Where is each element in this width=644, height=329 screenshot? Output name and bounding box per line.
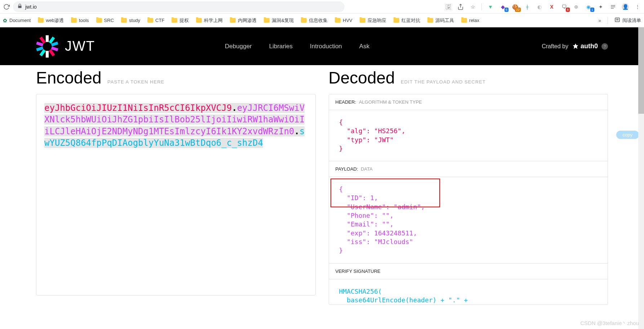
jwt-site-header: JWT Debugger Libraries Introduction Ask … [0,27,644,65]
bookmarks-bar: ✿Document web渗透 tools SRC study CTF 提权 科… [0,14,644,27]
encoded-title: Encoded [36,68,102,87]
ext-chat-icon[interactable]: 🗨8 [560,3,568,10]
decoded-subtitle: EDIT THE PAYLOAD AND SECRET [401,79,486,85]
bookmarks-overflow-icon[interactable]: » [598,18,601,23]
token-header-part: eyJhbGciOiJIUzI1NiIsInR5cCI6IkpXVCJ9 [44,103,232,113]
extensions-icon[interactable]: ✦ [597,3,604,10]
folder-icon [172,18,177,23]
svg-rect-14 [36,41,43,46]
payload-section-label: PAYLOAD: DATA [329,161,608,177]
scrollbar[interactable] [638,27,644,319]
svg-rect-8 [46,51,49,58]
profile-icon[interactable]: 👤 [622,3,629,10]
ext-grey-icon[interactable]: ◐ [536,3,543,10]
folder-icon [394,18,399,23]
svg-rect-13 [51,46,58,51]
nav-introduction[interactable]: Introduction [310,43,342,50]
reload-button[interactable] [3,3,10,10]
bookmark-item[interactable]: relax [461,18,479,23]
kebab-menu-icon[interactable]: ⋮ [634,3,641,10]
jwt-logo-icon [36,35,58,58]
decoded-title: Decoded [329,68,395,87]
nav-libraries[interactable]: Libraries [269,43,293,50]
encoded-column: Encoded PASTE A TOKEN HERE eyJhbGciOiJIU… [36,68,316,305]
translate-icon[interactable]: 🇬 [445,3,452,10]
folder-icon [427,18,433,23]
svg-rect-10 [39,49,46,56]
nav-ask[interactable]: Ask [359,43,369,50]
ext-purple-icon[interactable]: ◆6 [499,3,506,10]
lock-icon [17,4,22,10]
ext-key-icon[interactable]: ǂ [524,3,531,10]
folder-icon [71,18,77,23]
ext-globe-icon[interactable]: ⊕ [573,3,580,10]
bookmark-item[interactable]: 内网渗透 [230,17,257,24]
help-icon[interactable]: ? [601,43,608,50]
bookmark-item[interactable]: CTF [147,18,164,23]
folder-icon [38,18,44,23]
reading-list-button[interactable]: 阅读清单 [614,17,641,24]
svg-rect-15 [49,49,55,56]
decoded-panel: HEADER: ALGORITHM & TOKEN TYPE { "alg": … [329,94,608,305]
header-section-label: HEADER: ALGORITHM & TOKEN TYPE [329,94,608,110]
folder-icon [360,18,365,23]
bookmark-item[interactable]: 红蓝对抗 [394,17,420,24]
bookmark-item[interactable]: SRC [96,18,114,23]
bookmark-item[interactable]: 应急响应 [360,17,386,24]
bookmark-item[interactable]: ✿Document [3,18,31,23]
folder-icon [96,18,102,23]
encoded-textarea[interactable]: eyJhbGciOiJIUzI1NiIsInR5cCI6IkpXVCJ9.eyJ… [36,94,316,296]
bookmark-item[interactable]: study [121,18,140,23]
verify-signature-editor[interactable]: HMACSHA256( base64UrlEncode(header) + ".… [329,279,608,305]
folder-icon [196,18,202,23]
header-json-editor[interactable]: { "alg": "HS256", "typ": "JWT" } [329,110,608,161]
folder-icon [147,18,153,23]
copy-button[interactable]: copy [616,131,639,139]
ext-x-icon[interactable]: X [548,3,555,10]
folder-icon [264,18,270,23]
svg-rect-12 [36,46,43,51]
bookmark-item[interactable]: 漏洞&复现 [264,17,294,24]
encoded-subtitle: PASTE A TOKEN HERE [107,79,164,85]
payload-json-editor[interactable]: { "ID": 1, "UserName": "admin", "Phone":… [329,177,608,263]
browser-actions: 🇬 ☆ ▼ ◆6 🍪22 ǂ ◐ X 🗨8 ⊕ ◉1 ✦ 👤 ⋮ [445,3,641,10]
auth0-logo[interactable]: auth0 [572,42,598,50]
ext-blue-icon[interactable]: ◉1 [585,3,592,10]
main-content: copy Encoded PASTE A TOKEN HERE eyJhbGci… [0,65,644,319]
browser-toolbar: jwt.io 🇬 ☆ ▼ ◆6 🍪22 ǂ ◐ X 🗨8 ⊕ ◉1 ✦ 👤 ⋮ [0,0,644,14]
svg-rect-11 [51,41,58,46]
svg-rect-9 [49,36,55,44]
bookmark-item[interactable]: tools [71,18,89,23]
star-icon[interactable]: ☆ [469,3,476,10]
decoded-column: Decoded EDIT THE PAYLOAD AND SECRET HEAD… [329,68,608,305]
folder-icon [121,18,127,23]
jwt-nav: Debugger Libraries Introduction Ask [225,43,369,50]
bookmark-item[interactable]: HVV [335,18,352,23]
leaf-icon: ✿ [3,18,7,23]
jwt-logo[interactable]: JWT [36,35,95,58]
folder-icon [301,18,307,23]
share-icon[interactable] [457,3,464,10]
ext-cookie-icon[interactable]: 🍪22 [511,3,519,10]
svg-rect-7 [46,35,49,42]
ext-vue-icon[interactable]: ▼ [487,3,494,10]
scrollbar-thumb[interactable] [638,27,644,114]
bookmark-item[interactable]: 科学上网 [196,17,223,24]
jwt-logo-text: JWT [65,39,95,54]
folder-icon [461,18,467,23]
bookmark-item[interactable]: 提权 [172,17,189,24]
ext-list-icon[interactable] [609,3,617,10]
verify-section-label: VERIFY SIGNATURE [329,263,608,279]
folder-icon [335,18,341,23]
url-text: jwt.io [25,4,37,10]
bookmark-item[interactable]: 源码工具 [427,17,454,24]
svg-rect-16 [39,36,46,44]
crafted-by: Crafted by auth0 ? [542,42,608,50]
reading-list-icon [614,17,620,24]
nav-debugger[interactable]: Debugger [225,43,252,50]
bookmark-item[interactable]: web渗透 [38,17,64,24]
url-bar[interactable]: jwt.io [13,1,345,12]
bookmark-item[interactable]: 信息收集 [301,17,328,24]
folder-icon [230,18,236,23]
